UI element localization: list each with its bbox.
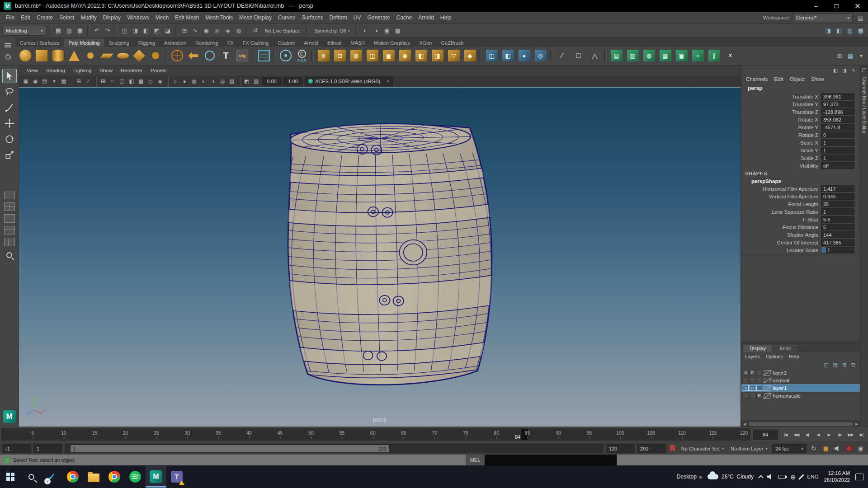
- panel-menu-shading[interactable]: Shading: [42, 67, 69, 74]
- isolate-select-icon[interactable]: ◩: [242, 77, 251, 86]
- highlight-selection-icon[interactable]: ◩: [152, 26, 162, 36]
- auto-keyframe-icon[interactable]: [846, 446, 852, 452]
- uv-editor-icon[interactable]: ▣: [674, 47, 689, 64]
- create-polygon-icon[interactable]: △: [587, 47, 603, 64]
- shelf-tab-arnold[interactable]: Arnold: [299, 39, 323, 47]
- channel-value[interactable]: 35: [821, 201, 854, 207]
- shape-node-name[interactable]: perspShape: [741, 177, 860, 185]
- construction-history-icon[interactable]: ↺: [250, 26, 260, 36]
- sidebar-toggle-icon[interactable]: [862, 68, 866, 72]
- shelf-tab-rigging[interactable]: Rigging: [134, 39, 160, 47]
- layer-row[interactable]: VPlayer1: [741, 384, 860, 392]
- anti-alias-icon[interactable]: ▨: [227, 77, 236, 86]
- channel-value[interactable]: 398.961: [821, 93, 854, 100]
- shelf-tab-custom[interactable]: Custom: [273, 39, 299, 47]
- layout-single-pane-button[interactable]: [4, 191, 15, 199]
- channel-value[interactable]: 1: [821, 139, 854, 146]
- construction-plane-icon[interactable]: [256, 47, 272, 64]
- shelf-tab-poly-modeling[interactable]: Poly Modeling: [64, 39, 104, 47]
- sculpt-tool-icon[interactable]: ◎: [533, 47, 548, 64]
- layer-visibility-toggle[interactable]: [743, 393, 749, 399]
- workspace-options-icon[interactable]: ▤: [855, 13, 865, 23]
- playback-end-field[interactable]: 120: [606, 444, 635, 453]
- layer-display-type-toggle[interactable]: R: [756, 393, 762, 399]
- layer-menu-options[interactable]: Options: [766, 354, 783, 359]
- language-indicator[interactable]: ENG: [807, 474, 819, 479]
- poly-sphere-icon[interactable]: [17, 47, 33, 64]
- snap-grid-icon[interactable]: ⊞: [179, 26, 189, 36]
- bookmarks-icon[interactable]: ▾: [50, 77, 59, 86]
- save-scene-icon[interactable]: ▦: [75, 26, 85, 36]
- fill-hole-icon[interactable]: ▣: [381, 47, 396, 64]
- channel-value[interactable]: off: [821, 162, 854, 169]
- menu-display[interactable]: Display: [100, 13, 124, 23]
- cluster-tool-icon[interactable]: C0,0,0: [294, 47, 310, 64]
- layer-visibility-toggle[interactable]: V: [743, 385, 749, 391]
- render-icon[interactable]: ◐: [360, 26, 370, 36]
- sphere-uv-icon[interactable]: [169, 47, 185, 64]
- snap-point-icon[interactable]: ◉: [201, 26, 211, 36]
- channel-value[interactable]: 353.062: [821, 116, 854, 123]
- go-to-end-button[interactable]: ▶|: [856, 429, 867, 440]
- layer-display-type-toggle[interactable]: [756, 385, 762, 391]
- make-live-icon[interactable]: ◍: [234, 26, 244, 36]
- textured-icon[interactable]: ◍: [189, 77, 198, 86]
- select-camera-icon[interactable]: ▣: [21, 77, 30, 86]
- panel-menu-lighting[interactable]: Lighting: [69, 67, 95, 74]
- taskbar-app-explorer[interactable]: [83, 466, 104, 488]
- timeline-track[interactable]: 84 5101520253035404550556065707580859095…: [1, 428, 750, 441]
- separate-icon[interactable]: ⊟: [332, 47, 348, 64]
- channel-speed-mode-icon[interactable]: ◨: [840, 66, 849, 74]
- channel-value[interactable]: 417.385: [821, 239, 854, 246]
- layer-scrollbar[interactable]: ◀ ▶: [741, 421, 860, 427]
- layer-playback-toggle[interactable]: [750, 377, 755, 383]
- scrollbar-thumb[interactable]: [749, 422, 853, 426]
- move-tool[interactable]: [3, 117, 16, 130]
- menu-surfaces[interactable]: Surfaces: [298, 13, 326, 23]
- taskbar-app-check[interactable]: 7: [42, 466, 62, 488]
- sew-uv-icon[interactable]: ∥: [706, 47, 722, 64]
- extract-icon[interactable]: ◫: [364, 47, 380, 64]
- display-render-view-icon[interactable]: ▩: [393, 26, 403, 36]
- layout-split-vertical-button[interactable]: [4, 214, 15, 223]
- play-backwards-button[interactable]: ◀: [813, 429, 823, 440]
- spherical-mapping-icon[interactable]: ◍: [641, 47, 657, 64]
- animation-preferences-icon[interactable]: ▣: [856, 444, 866, 454]
- poly-platonic-icon[interactable]: [131, 47, 147, 64]
- volume-icon[interactable]: [767, 474, 774, 480]
- select-object-icon[interactable]: ◨: [130, 26, 140, 36]
- new-scene-icon[interactable]: ▤: [53, 26, 63, 36]
- panel-menu-show[interactable]: Show: [95, 67, 117, 74]
- render-settings-icon[interactable]: ▣: [382, 26, 392, 36]
- lock-camera-icon[interactable]: ◉: [31, 77, 40, 86]
- step-back-key-button[interactable]: ◀◀: [791, 429, 802, 440]
- poly-cone-icon[interactable]: [66, 47, 82, 64]
- layer-row[interactable]: original: [741, 376, 860, 384]
- select-component-icon[interactable]: ◧: [141, 26, 151, 36]
- close-button[interactable]: ✕: [847, 0, 868, 12]
- panel-menu-renderer[interactable]: Renderer: [117, 67, 146, 74]
- gamma-field[interactable]: 1.00: [283, 77, 302, 85]
- channel-value[interactable]: 1: [821, 208, 854, 215]
- wire-sphere-icon[interactable]: [202, 47, 217, 64]
- automatic-mapping-icon[interactable]: ▦: [657, 47, 673, 64]
- menu-generate[interactable]: Generate: [364, 13, 393, 23]
- channel-value[interactable]: 1: [821, 147, 854, 154]
- average-vertices-icon[interactable]: ●: [516, 47, 532, 64]
- channel-box-menu-show[interactable]: Show: [811, 76, 824, 82]
- snap-toggle-icon[interactable]: ⊞: [835, 51, 844, 61]
- scale-tool[interactable]: [3, 148, 16, 162]
- menu-edit[interactable]: Edit: [18, 13, 33, 23]
- exposure-field[interactable]: 0.00: [262, 77, 281, 85]
- layer-display-type-toggle[interactable]: [756, 377, 762, 383]
- ipr-render-icon[interactable]: ◑: [371, 26, 381, 36]
- snap-curve-icon[interactable]: ∿: [190, 26, 200, 36]
- layout-four-pane-button[interactable]: [4, 202, 15, 211]
- poly-cylinder-icon[interactable]: [50, 47, 66, 64]
- channel-hyperbolic-mode-icon[interactable]: ∿: [849, 66, 858, 74]
- svg-tool-icon[interactable]: svg: [234, 47, 250, 64]
- menu-help[interactable]: Help: [437, 13, 455, 23]
- layer-playback-toggle[interactable]: P: [750, 385, 755, 391]
- view-transform-dropdown[interactable]: ACES 1.0 SDR-video (sRGB): [305, 77, 393, 86]
- layer-tab-display[interactable]: Display: [743, 345, 772, 352]
